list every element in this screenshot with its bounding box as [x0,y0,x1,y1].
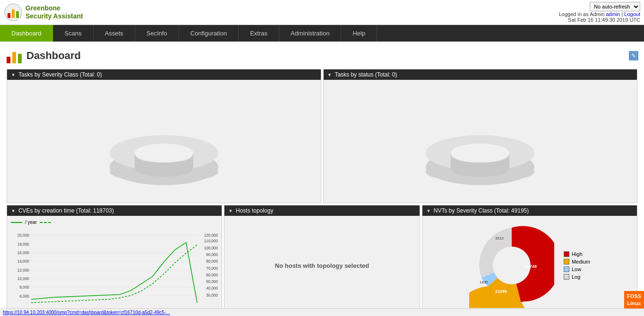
logged-in-text: Logged in as Admin [559,11,605,17]
panel-body-nvts: 22748 21099 1835 3513 High [422,216,637,315]
logout-link[interactable]: Logout [624,11,640,17]
panel-header-topology: ▼ Hosts topology [224,205,420,216]
nvt-pie-chart: 22748 21099 1835 3513 [469,223,554,308]
donut-tasks-severity [7,80,321,203]
nav-item-assets[interactable]: Assets [94,25,135,42]
legend-dashed-line [40,222,51,223]
panel-body-cves: / year 20,000 18,000 16,000 14,000 12,00… [7,216,222,315]
user-info: Logged in as Admin admin | Logout [559,11,640,17]
svg-text:70,000: 70,000 [206,266,218,271]
nav-item-configuration[interactable]: Configuration [179,25,239,42]
svg-rect-2 [12,9,15,18]
panel-title-topology: Hosts topology [236,207,273,214]
page-title-area: Dashboard [6,47,81,64]
svg-text:21099: 21099 [495,289,507,294]
page-header: Dashboard ✎ [6,45,638,68]
svg-text:8,000: 8,000 [19,285,29,290]
collapse-arrow-4[interactable]: ▼ [228,208,233,214]
nav-item-administration[interactable]: Administration [279,25,341,42]
panel-title-cves: CVEs by creation time (Total: 118703) [18,207,114,214]
dashboard-row-2: ▼ CVEs by creation time (Total: 118703) … [6,204,638,316]
legend-label-medium: Medium [572,259,590,265]
panel-title-nvts: NVTs by Severity Class (Total: 49195) [434,207,529,214]
datetime-text: Sat Feb 16 11:49:30 2019 UTC [559,17,640,23]
legend-per-year-label: / year [25,220,37,225]
donut-chart-status [343,85,617,198]
edit-dashboard-button[interactable]: ✎ [629,51,638,60]
logo-line1: Greenbone [26,4,83,12]
navbar: Dashboard Scans Assets SecInfo Configura… [0,25,644,42]
logo-line2: Security Assistant [26,12,83,20]
legend-item-high: High [564,251,590,257]
chart-legend: / year [11,220,51,225]
svg-text:6,000: 6,000 [19,294,29,299]
svg-text:3513: 3513 [495,236,504,240]
collapse-arrow-2[interactable]: ▼ [327,72,332,77]
svg-rect-3 [16,11,19,18]
nvt-pie-container: 22748 21099 1835 3513 High [422,216,637,315]
collapse-arrow-3[interactable]: ▼ [11,208,16,214]
legend-label-low: Low [572,266,581,272]
no-hosts-message: No hosts with topology selected [275,262,369,269]
legend-label-log: Log [572,274,580,280]
cve-line-chart: 20,000 18,000 16,000 14,000 12,000 10,00… [11,227,218,311]
legend-color-log [564,274,569,280]
svg-text:14,000: 14,000 [17,259,29,264]
svg-text:10,000: 10,000 [17,277,29,281]
svg-rect-5 [12,52,16,63]
panel-hosts-topology: ▼ Hosts topology No hosts with topology … [224,205,420,316]
topbar: Greenbone Security Assistant No auto-ref… [0,0,644,25]
legend-label-high: High [572,251,583,257]
nav-item-secinfo[interactable]: SecInfo [135,25,179,42]
svg-text:18,000: 18,000 [17,242,29,247]
top-right-area: No auto-refresh 30 seconds 1 minute 5 mi… [559,2,640,23]
foss-badge: FOSS Linux [624,291,644,308]
svg-text:60,000: 60,000 [206,273,218,277]
legend-item-low: Low [564,266,590,272]
dashboard-row-1: ▼ Tasks by Severity Class (Total: 0) [6,68,638,204]
collapse-arrow-1[interactable]: ▼ [11,72,16,77]
statusbar-url[interactable]: https://10.94.10.203:4000/omp?cmd=dashbo… [3,310,170,315]
legend-color-low [564,266,569,272]
svg-text:1835: 1835 [480,280,488,284]
auto-refresh-area: No auto-refresh 30 seconds 1 minute 5 mi… [559,2,640,11]
svg-point-16 [451,144,509,162]
panel-cves-time: ▼ CVEs by creation time (Total: 118703) … [7,205,222,316]
panel-tasks-severity: ▼ Tasks by Severity Class (Total: 0) [7,69,321,203]
logo-icon [4,3,23,22]
legend-solid-line [11,222,22,223]
collapse-arrow-5[interactable]: ▼ [426,208,431,214]
svg-point-11 [135,144,193,162]
svg-rect-6 [18,54,22,63]
admin-link[interactable]: admin [606,11,620,17]
panel-body-topology: No hosts with topology selected [224,216,420,315]
nvt-legend: High Medium Low [564,251,590,280]
foss-line1: FOSS [627,293,641,299]
nav-item-dashboard[interactable]: Dashboard [0,25,53,42]
logo-area: Greenbone Security Assistant [4,3,83,22]
logo-text: Greenbone Security Assistant [26,4,83,20]
nav-item-scans[interactable]: Scans [53,25,94,42]
svg-text:22748: 22748 [525,264,537,269]
dashboard-icon [6,47,23,64]
panel-title-tasks-status: Tasks by status (Total: 0) [335,71,397,78]
panel-tasks-status: ▼ Tasks by status (Total: 0) [323,69,638,203]
svg-text:100,000: 100,000 [204,246,218,250]
nav-item-help[interactable]: Help [341,25,377,42]
legend-item-log: Log [564,274,590,280]
svg-text:40,000: 40,000 [206,286,218,290]
svg-text:120,000: 120,000 [204,233,218,238]
nav-item-extras[interactable]: Extras [239,25,279,42]
panel-body-tasks-severity [7,80,321,203]
svg-text:80,000: 80,000 [206,259,218,264]
legend-item-medium: Medium [564,259,590,265]
svg-text:30,000: 30,000 [206,293,218,298]
svg-text:16,000: 16,000 [17,251,29,255]
auto-refresh-select[interactable]: No auto-refresh 30 seconds 1 minute 5 mi… [590,2,640,11]
panel-nvts-severity: ▼ NVTs by Severity Class (Total: 49195) [422,205,637,316]
dashboard-grid: ▼ Tasks by Severity Class (Total: 0) [6,68,638,316]
legend-color-high [564,251,569,257]
svg-text:110,000: 110,000 [204,239,218,243]
svg-rect-4 [7,57,10,63]
panel-body-tasks-status [324,80,637,203]
